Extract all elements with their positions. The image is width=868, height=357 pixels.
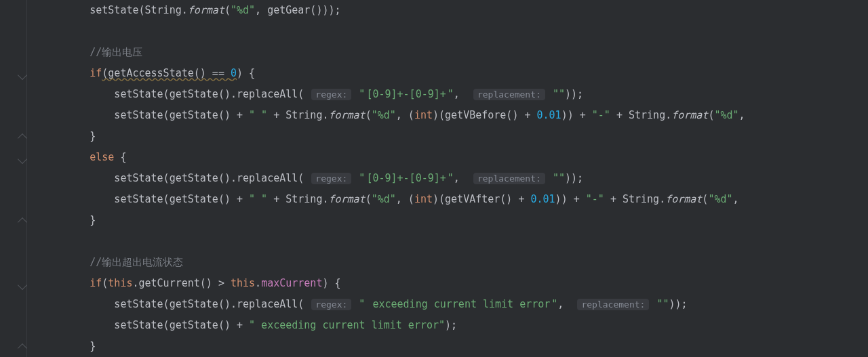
keyword: if bbox=[90, 277, 102, 289]
code-line[interactable]: setState(getState().replaceAll( regex: "… bbox=[27, 294, 868, 315]
param-hint: regex: bbox=[311, 89, 351, 100]
code-text: setState(getState().replaceAll( bbox=[41, 88, 310, 100]
code-area[interactable]: setState(String.format("%d", getGear()))… bbox=[27, 0, 868, 357]
param-hint: replacement: bbox=[577, 299, 649, 310]
gutter bbox=[0, 0, 27, 357]
keyword: int bbox=[414, 109, 433, 121]
number-literal: 0.01 bbox=[537, 109, 561, 121]
string-literal: "%d" bbox=[231, 4, 255, 16]
code-text: )); bbox=[565, 88, 583, 100]
code-text: setState(getState().replaceAll( bbox=[41, 172, 310, 184]
code-text: } bbox=[41, 214, 96, 226]
code-editor[interactable]: setState(String.format("%d", getGear()))… bbox=[0, 0, 868, 357]
fold-icon[interactable] bbox=[18, 280, 27, 290]
string-literal: "" bbox=[553, 172, 565, 184]
code-text: )(getVAfter() + bbox=[433, 193, 531, 205]
code-line[interactable]: if(this.getCurrent() > this.maxCurrent) … bbox=[27, 273, 868, 294]
string-literal: "%d" bbox=[372, 193, 396, 205]
code-text: ( bbox=[224, 4, 231, 16]
code-line[interactable]: setState(getState() + " exceeding curren… bbox=[27, 315, 868, 336]
param-hint: replacement: bbox=[473, 89, 545, 100]
code-text: setState(getState().replaceAll( bbox=[41, 298, 310, 310]
string-literal: "%d" bbox=[708, 193, 732, 205]
number-literal: 0 bbox=[231, 67, 237, 79]
code-text: ( bbox=[366, 109, 372, 121]
string-literal: [0-9]+-[0-9]+ bbox=[365, 87, 447, 101]
code-text: , getGear())); bbox=[255, 4, 340, 16]
code-line[interactable]: else { bbox=[27, 147, 868, 168]
code-text: setState(String. bbox=[41, 4, 188, 16]
code-text: + String. bbox=[610, 109, 671, 121]
code-text: )); bbox=[669, 298, 687, 310]
string-literal: " " bbox=[249, 193, 267, 205]
fold-icon[interactable] bbox=[18, 70, 27, 80]
code-text: .getCurrent() > bbox=[132, 277, 231, 289]
code-line[interactable]: //输出电压 bbox=[27, 42, 868, 63]
fold-icon[interactable] bbox=[18, 343, 27, 353]
code-text: , ( bbox=[396, 193, 414, 205]
code-line[interactable]: setState(getState() + " " + String.forma… bbox=[27, 189, 868, 210]
string-literal: " bbox=[551, 298, 557, 310]
method-name-static: format bbox=[328, 193, 365, 205]
code-text: setState(getState() + bbox=[41, 109, 249, 121]
keyword: this bbox=[108, 277, 132, 289]
code-text: setState(getState() + bbox=[41, 193, 249, 205]
code-text: + String. bbox=[604, 193, 665, 205]
string-literal: "-" bbox=[586, 193, 604, 205]
keyword: else bbox=[90, 151, 114, 163]
code-text: ) { bbox=[322, 277, 340, 289]
code-text: ) { bbox=[237, 67, 255, 79]
fold-icon[interactable] bbox=[18, 133, 27, 143]
code-line[interactable]: setState(getState().replaceAll( regex: "… bbox=[27, 84, 868, 105]
method-name-static: format bbox=[188, 4, 224, 16]
code-text: )) + bbox=[555, 193, 586, 205]
code-text: )(getVBefore() + bbox=[433, 109, 537, 121]
comment: //输出超出电流状态 bbox=[90, 256, 183, 268]
field-name: maxCurrent bbox=[261, 277, 322, 289]
code-text: . bbox=[255, 277, 261, 289]
string-literal: " bbox=[448, 88, 454, 100]
string-literal: " exceeding current limit error" bbox=[249, 319, 445, 331]
code-line-empty[interactable] bbox=[27, 21, 868, 42]
param-hint: regex: bbox=[311, 299, 351, 310]
code-text: ); bbox=[445, 319, 457, 331]
string-literal: "" bbox=[656, 298, 669, 310]
string-literal: " " bbox=[249, 109, 267, 121]
code-text: )) + bbox=[561, 109, 592, 121]
string-literal: "" bbox=[553, 88, 565, 100]
code-text: , bbox=[733, 193, 739, 205]
string-literal: [0-9]+-[0-9]+ bbox=[365, 171, 447, 185]
code-text: setState(getState() + bbox=[41, 319, 249, 331]
code-text: + String. bbox=[267, 193, 328, 205]
keyword: if bbox=[90, 67, 102, 79]
code-line[interactable]: } bbox=[27, 126, 868, 147]
code-line[interactable]: if(getAccessState() == 0) { bbox=[27, 63, 868, 84]
code-line-empty[interactable] bbox=[27, 231, 868, 252]
keyword: this bbox=[231, 277, 255, 289]
code-line[interactable]: setState(String.format("%d", getGear()))… bbox=[27, 0, 868, 21]
fold-icon[interactable] bbox=[18, 217, 27, 227]
method-name-static: format bbox=[328, 109, 365, 121]
code-line[interactable]: //输出超出电流状态 bbox=[27, 252, 868, 273]
param-hint: regex: bbox=[311, 173, 351, 184]
string-literal: " bbox=[448, 172, 454, 184]
code-line[interactable]: setState(getState().replaceAll( regex: "… bbox=[27, 168, 868, 189]
string-literal: "%d" bbox=[714, 109, 738, 121]
code-text: } bbox=[41, 340, 96, 352]
code-text: { bbox=[114, 151, 126, 163]
code-text: } bbox=[41, 130, 96, 142]
method-name-static: format bbox=[671, 109, 708, 121]
code-text: , bbox=[739, 109, 745, 121]
code-line[interactable]: } bbox=[27, 336, 868, 357]
code-text: ( bbox=[102, 277, 108, 289]
code-text: , bbox=[557, 298, 576, 310]
keyword: int bbox=[414, 193, 433, 205]
string-literal: "%d" bbox=[372, 109, 396, 121]
code-line[interactable]: } bbox=[27, 210, 868, 231]
code-text: , ( bbox=[396, 109, 414, 121]
code-line[interactable]: setState(getState() + " " + String.forma… bbox=[27, 105, 868, 126]
param-hint: replacement: bbox=[473, 173, 545, 184]
code-text: )); bbox=[565, 172, 583, 184]
fold-icon[interactable] bbox=[18, 154, 27, 164]
method-name-static: format bbox=[665, 193, 702, 205]
